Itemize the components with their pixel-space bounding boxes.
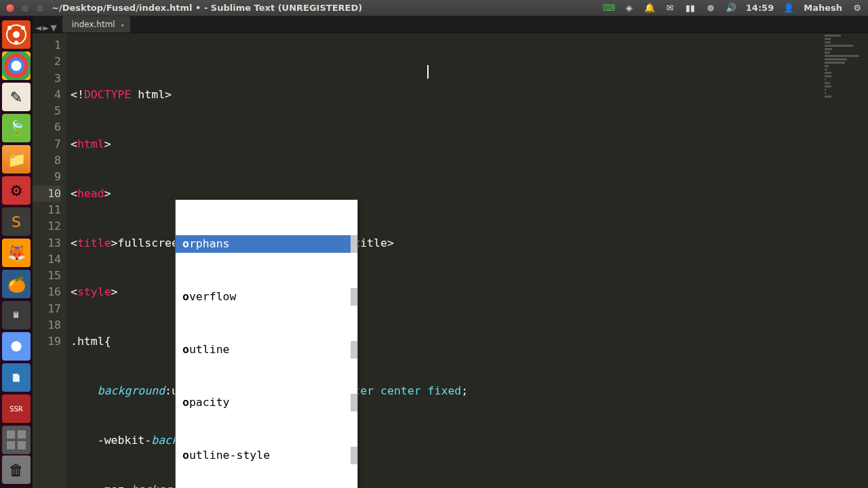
chrome-icon[interactable] bbox=[2, 52, 31, 80]
minimize-icon[interactable] bbox=[20, 3, 30, 13]
chromium-icon[interactable] bbox=[2, 332, 31, 361]
screen-recorder-icon[interactable]: SSR bbox=[2, 394, 31, 423]
minimap[interactable] bbox=[825, 35, 865, 116]
autocomplete-popup[interactable]: orphans overflow outline opacity outline… bbox=[175, 199, 358, 488]
calculator-icon[interactable]: 🖩 bbox=[2, 301, 31, 329]
svg-point-2 bbox=[7, 26, 12, 30]
tab-index-html[interactable]: index.html • bbox=[62, 16, 130, 33]
window-title: ~/Desktop/Fused/index.html • - Sublime T… bbox=[52, 3, 604, 13]
dropbox-icon[interactable]: ◈ bbox=[624, 3, 635, 14]
svg-point-3 bbox=[21, 26, 25, 30]
clementine-icon[interactable]: 🍊 bbox=[2, 270, 31, 298]
keyboard-icon[interactable]: ⌨ bbox=[604, 3, 614, 14]
maximize-icon[interactable] bbox=[35, 3, 45, 13]
nav-forward-icon[interactable]: ► bbox=[43, 23, 49, 33]
autocomplete-item[interactable]: outline bbox=[176, 341, 357, 359]
bell-icon[interactable]: 🔔 bbox=[644, 3, 655, 14]
code-area[interactable]: <!DOCTYPE html> <html> <head> <title>ful… bbox=[66, 33, 868, 488]
nav-back-icon[interactable]: ◄ bbox=[35, 23, 41, 33]
workspace-switcher-icon[interactable] bbox=[2, 426, 31, 454]
text-cursor bbox=[427, 65, 429, 79]
sublime-icon[interactable]: S bbox=[2, 207, 31, 236]
svg-rect-8 bbox=[18, 441, 26, 449]
autocomplete-item[interactable]: orphans bbox=[176, 235, 357, 253]
dash-icon[interactable] bbox=[2, 20, 31, 49]
volume-icon[interactable]: 🔊 bbox=[726, 3, 736, 14]
code-viewport[interactable]: 1 2 3 4 5 6 7 8 9 10 11 12 13 14 15 16 1… bbox=[33, 33, 868, 488]
svg-rect-7 bbox=[7, 441, 15, 449]
main: ✎ 🍃 📁 ⚙ S 🦊 🍊 🖩 📄 SSR 🗑 ◄ ► ▼ index.html… bbox=[0, 16, 868, 488]
midori-icon[interactable]: 🍃 bbox=[2, 114, 31, 142]
trash-icon[interactable]: 🗑 bbox=[2, 455, 31, 484]
gutter: 1 2 3 4 5 6 7 8 9 10 11 12 13 14 15 16 1… bbox=[33, 33, 66, 488]
mail-icon[interactable]: ✉ bbox=[665, 3, 675, 14]
text-editor-icon[interactable]: ✎ bbox=[2, 83, 31, 111]
svg-point-4 bbox=[14, 41, 18, 45]
top-panel: ~/Desktop/Fused/index.html • - Sublime T… bbox=[0, 0, 868, 16]
wifi-icon[interactable]: ⊚ bbox=[705, 3, 716, 14]
system-tray: ⌨ ◈ 🔔 ✉ ▮▮ ⊚ 🔊 14:59 👤 Mahesh ⚙ bbox=[604, 3, 863, 14]
firefox-icon[interactable]: 🦊 bbox=[2, 239, 31, 267]
user-icon: 👤 bbox=[783, 3, 794, 14]
tab-label: index.html bbox=[72, 20, 115, 29]
autocomplete-item[interactable]: overflow bbox=[176, 288, 357, 306]
nav-down-icon[interactable]: ▼ bbox=[50, 23, 56, 33]
battery-icon[interactable]: ▮▮ bbox=[685, 3, 696, 14]
close-icon[interactable] bbox=[5, 3, 15, 13]
svg-rect-5 bbox=[7, 430, 15, 439]
tab-bar: ◄ ► ▼ index.html • bbox=[33, 16, 868, 33]
autocomplete-item[interactable]: outline-style bbox=[176, 447, 357, 464]
gear-icon[interactable]: ⚙ bbox=[852, 3, 863, 14]
svg-rect-6 bbox=[18, 430, 26, 439]
window-controls bbox=[5, 3, 45, 13]
unity-launcher: ✎ 🍃 📁 ⚙ S 🦊 🍊 🖩 📄 SSR 🗑 bbox=[0, 16, 33, 488]
files-icon[interactable]: 📁 bbox=[2, 145, 31, 174]
clock[interactable]: 14:59 bbox=[746, 3, 774, 13]
autocomplete-item[interactable]: opacity bbox=[176, 394, 357, 411]
svg-point-1 bbox=[13, 31, 20, 38]
user-name[interactable]: Mahesh bbox=[804, 3, 842, 13]
settings-icon[interactable]: ⚙ bbox=[2, 176, 31, 205]
dirty-indicator-icon: • bbox=[121, 22, 125, 29]
editor: ◄ ► ▼ index.html • 1 2 3 4 5 6 7 8 9 10 … bbox=[33, 16, 868, 488]
writer-icon[interactable]: 📄 bbox=[2, 363, 31, 392]
